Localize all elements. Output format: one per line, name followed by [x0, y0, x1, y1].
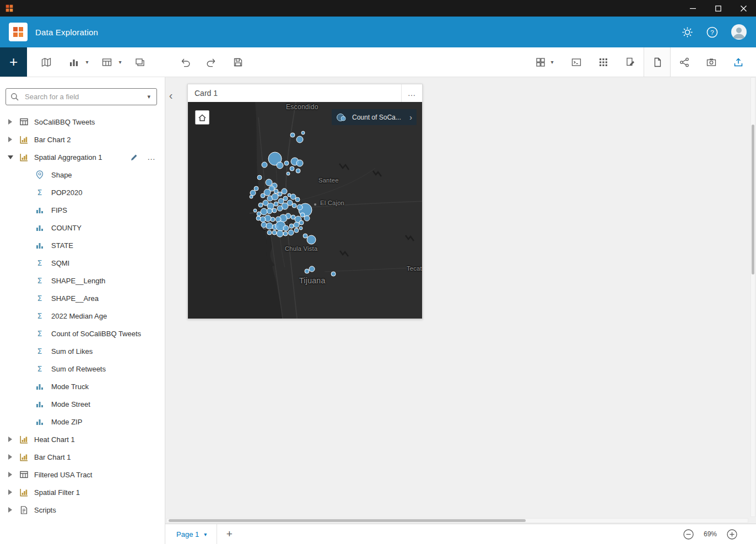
- sidebar-item-filtered-usa-tract[interactable]: Filtered USA Tract: [0, 466, 165, 483]
- map-bubble[interactable]: [278, 192, 282, 196]
- sidebar-item-spatial-aggregation-1[interactable]: Spatial Aggregation 1 …: [0, 148, 165, 166]
- settings-gear-icon[interactable]: [681, 26, 694, 39]
- map-bubble[interactable]: [296, 136, 303, 143]
- field-row-shape-length[interactable]: Σ SHAPE__Length: [0, 272, 165, 289]
- legend-button[interactable]: Count of SoCa... ›: [332, 109, 417, 125]
- table-button[interactable]: [98, 52, 116, 72]
- expand-arrow-icon[interactable]: [8, 507, 13, 513]
- field-row-fips[interactable]: FIPS: [0, 201, 165, 219]
- map-bubble[interactable]: [277, 162, 283, 169]
- zoom-in-button[interactable]: [727, 529, 737, 540]
- page-tab[interactable]: Page 1 ▾: [165, 524, 217, 544]
- map-bubble[interactable]: [258, 203, 263, 207]
- save-button[interactable]: [229, 52, 247, 72]
- map-bubble[interactable]: [295, 197, 300, 202]
- map-button[interactable]: [37, 52, 56, 72]
- vertical-scrollbar-thumb[interactable]: [752, 125, 754, 274]
- map-bubble[interactable]: [301, 131, 305, 134]
- redo-button[interactable]: [202, 52, 221, 72]
- collapse-arrow-icon[interactable]: [8, 155, 13, 160]
- sidebar-item-bar-chart-2[interactable]: Bar Chart 2: [0, 131, 165, 148]
- field-row-shape-area[interactable]: Σ SHAPE__Area: [0, 289, 165, 307]
- map-bubble[interactable]: [267, 230, 272, 235]
- map-bubble[interactable]: [250, 195, 253, 198]
- map-bubble[interactable]: [278, 198, 284, 204]
- sidebar-item-heat-chart-1[interactable]: Heat Chart 1: [0, 430, 165, 448]
- vertical-scrollbar[interactable]: [750, 77, 755, 517]
- collapse-data-pane-button[interactable]: ‹: [166, 89, 175, 102]
- page-dropdown-caret[interactable]: ▾: [204, 531, 207, 537]
- field-row-count-of-socalibbq-tweets[interactable]: Σ Count of SoCaliBBQ Tweets: [0, 325, 165, 342]
- map-bubble[interactable]: [282, 188, 287, 194]
- map-bubble[interactable]: [294, 222, 299, 228]
- apps-grid-button[interactable]: [590, 47, 617, 77]
- chart-button[interactable]: [64, 52, 83, 72]
- home-extent-button[interactable]: [195, 110, 209, 125]
- sidebar-item-bar-chart-1[interactable]: Bar Chart 1: [0, 448, 165, 466]
- sidebar-item-spatial-filter-1[interactable]: Spatial Filter 1: [0, 483, 165, 501]
- card-options-button[interactable]: …: [401, 84, 422, 102]
- horizontal-scrollbar-thumb[interactable]: [169, 519, 526, 522]
- undo-button[interactable]: [176, 52, 195, 72]
- expand-arrow-icon[interactable]: [8, 489, 13, 495]
- map-bubble[interactable]: [283, 231, 288, 236]
- layout-options-button[interactable]: ▾: [528, 47, 563, 77]
- map-bubble[interactable]: [257, 175, 262, 180]
- map-bubble[interactable]: [250, 190, 256, 196]
- map-bubble[interactable]: [274, 189, 278, 193]
- field-row-mode-street[interactable]: Mode Street: [0, 395, 165, 413]
- duplicate-card-button[interactable]: [131, 52, 149, 72]
- map-bubble[interactable]: [269, 186, 274, 191]
- page-canvas[interactable]: ‹ Card 1 …: [165, 77, 756, 524]
- edit-page-button[interactable]: [617, 47, 644, 77]
- map-bubble[interactable]: [300, 213, 305, 217]
- map-bubble[interactable]: [288, 230, 294, 235]
- map-bubble[interactable]: [266, 223, 273, 229]
- map-bubble[interactable]: [277, 230, 283, 237]
- console-button[interactable]: [563, 47, 590, 77]
- expand-arrow-icon[interactable]: [8, 437, 13, 442]
- minimize-button[interactable]: [680, 0, 705, 17]
- link-chart-button[interactable]: [671, 47, 698, 77]
- map-bubble[interactable]: [257, 212, 261, 216]
- map-bubble[interactable]: [307, 235, 316, 244]
- map-bubble[interactable]: [297, 204, 303, 210]
- map-bubble[interactable]: [284, 161, 289, 165]
- map-bubble[interactable]: [289, 224, 294, 228]
- map-bubble[interactable]: [266, 179, 272, 186]
- map-bubble[interactable]: [272, 193, 278, 200]
- insights-logo[interactable]: [9, 23, 28, 41]
- expand-arrow-icon[interactable]: [8, 454, 13, 460]
- dataset-options-icon[interactable]: …: [147, 154, 156, 160]
- publish-button[interactable]: [725, 47, 752, 77]
- field-row-county[interactable]: COUNTY: [0, 219, 165, 236]
- search-dropdown-caret[interactable]: ▾: [147, 93, 150, 100]
- snapshot-button[interactable]: [698, 47, 725, 77]
- map-bubble[interactable]: [299, 220, 304, 225]
- field-row-mode-zip[interactable]: Mode ZIP: [0, 413, 165, 430]
- expand-arrow-icon[interactable]: [8, 472, 13, 477]
- field-row-pop2020[interactable]: Σ POP2020: [0, 184, 165, 201]
- avatar[interactable]: [731, 24, 747, 40]
- zoom-out-button[interactable]: [683, 529, 694, 540]
- map-bubble[interactable]: [261, 208, 267, 215]
- map-bubble[interactable]: [277, 206, 283, 211]
- map-bubble[interactable]: [296, 160, 303, 166]
- layout-dropdown-caret[interactable]: ▾: [548, 59, 556, 65]
- map-bubble[interactable]: [309, 266, 315, 272]
- field-row-sum-of-retweets[interactable]: Σ Sum of Retweets: [0, 360, 165, 378]
- map-bubble[interactable]: [305, 269, 309, 273]
- map-bubble[interactable]: [287, 172, 290, 175]
- map-bubble[interactable]: [256, 216, 261, 220]
- map-bubble[interactable]: [304, 216, 310, 221]
- sidebar-item-scripts[interactable]: Scripts: [0, 501, 165, 519]
- map-bubble[interactable]: [283, 196, 288, 201]
- map-bubble[interactable]: [303, 234, 307, 238]
- map-bubble[interactable]: [262, 162, 267, 168]
- table-dropdown-caret[interactable]: ▾: [116, 59, 124, 65]
- map-bubble[interactable]: [267, 208, 272, 214]
- map-bubble[interactable]: [272, 208, 277, 213]
- map-bubble[interactable]: [253, 209, 257, 212]
- map-viewport[interactable]: EscondidoSanteeEl CajonSan DiegoChula Vi…: [188, 102, 422, 319]
- page-view-button[interactable]: [644, 47, 671, 77]
